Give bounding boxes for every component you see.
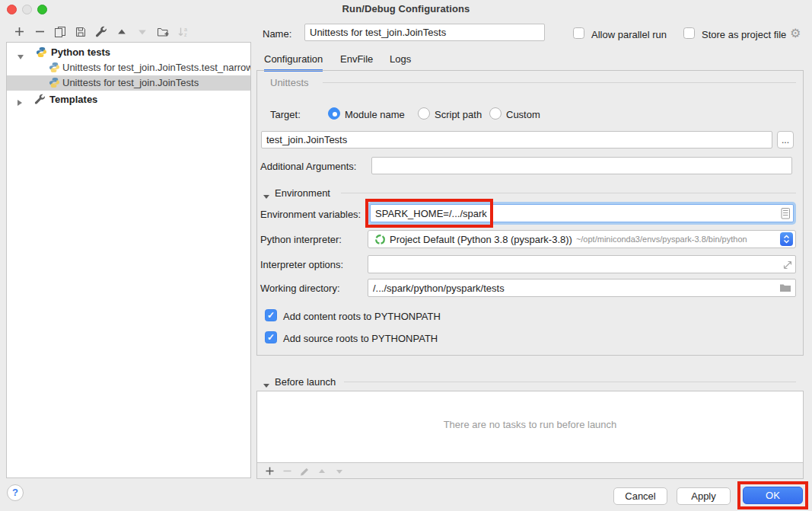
move-up-button[interactable]	[113, 24, 131, 40]
pencil-icon	[299, 466, 310, 477]
environment-group-label: Environment	[275, 187, 330, 199]
radio-module-name[interactable]	[328, 107, 340, 120]
store-as-project-file-checkbox[interactable]	[683, 27, 695, 39]
folder-plus-icon	[157, 26, 170, 38]
move-down-button[interactable]	[133, 24, 151, 40]
sort-configurations-button[interactable]: a z	[174, 24, 193, 40]
add-content-roots-label: Add content roots to PYTHONPATH	[283, 311, 441, 322]
add-source-roots-label: Add source roots to PYTHONPATH	[283, 333, 438, 344]
name-input[interactable]	[304, 24, 545, 41]
configurations-tree: Python tests Unittests for test_join.Joi…	[6, 42, 251, 478]
arrow-down-icon	[335, 467, 344, 476]
module-name-input[interactable]	[261, 131, 772, 149]
apply-button[interactable]: Apply	[677, 487, 731, 505]
target-label: Target:	[270, 109, 301, 120]
edit-task-button[interactable]	[297, 465, 312, 477]
before-launch-toolbar	[257, 462, 803, 478]
allow-parallel-run-checkbox[interactable]	[573, 27, 584, 39]
run-debug-configurations-dialog: Run/Debug Configurations	[0, 0, 812, 511]
working-directory-input[interactable]	[368, 279, 796, 297]
wrench-icon	[34, 94, 46, 105]
store-as-project-file-label: Store as project file	[702, 29, 786, 40]
edit-variables-list-icon[interactable]	[781, 208, 791, 219]
title-bar: Run/Debug Configurations	[0, 0, 812, 18]
radio-custom-label: Custom	[506, 109, 540, 120]
browse-module-button[interactable]: ...	[777, 131, 794, 149]
svg-text:z: z	[184, 32, 187, 37]
highlight-ok-annotation	[737, 481, 808, 509]
edit-templates-button[interactable]	[92, 24, 110, 40]
wrench-icon	[95, 26, 107, 38]
add-source-roots-checkbox[interactable]	[265, 331, 277, 343]
conda-env-icon	[374, 234, 386, 245]
python-interpreter-value: Project Default (Python 3.8 (pyspark-3.8…	[390, 234, 572, 245]
copy-configuration-button[interactable]	[51, 24, 69, 40]
remove-task-button[interactable]	[279, 465, 295, 477]
group-separator	[344, 382, 796, 382]
python-icon	[49, 62, 60, 73]
python-interpreter-path: ~/opt/miniconda3/envs/pyspark-3.8/bin/py…	[576, 235, 747, 244]
chevron-right-icon[interactable]	[18, 97, 22, 108]
python-icon	[36, 46, 47, 58]
svg-text:a: a	[184, 27, 187, 32]
move-task-up-button[interactable]	[314, 465, 330, 477]
tree-item-label: Unittests for test_join.JoinTests	[62, 77, 199, 88]
additional-arguments-input[interactable]	[371, 157, 792, 174]
unittests-group-label: Unittests	[270, 77, 309, 88]
radio-custom[interactable]	[489, 107, 502, 120]
sort-az-icon: a z	[177, 26, 189, 38]
tab-configuration[interactable]: Configuration	[264, 53, 323, 72]
tree-group-templates[interactable]: Templates	[7, 92, 251, 107]
tab-logs[interactable]: Logs	[390, 53, 411, 69]
collapse-environment-icon[interactable]	[263, 190, 269, 201]
folder-icon[interactable]	[779, 283, 791, 292]
radio-module-name-label: Module name	[345, 109, 405, 120]
working-directory-label: Working directory:	[260, 283, 340, 294]
additional-arguments-label: Additional Arguments:	[260, 161, 356, 172]
gear-icon[interactable]: ⚙	[790, 26, 801, 40]
allow-parallel-run-label: Allow parallel run	[591, 29, 667, 40]
radio-script-path-label: Script path	[435, 109, 482, 120]
new-folder-button[interactable]	[154, 24, 172, 40]
group-separator	[341, 193, 796, 193]
tree-item-test-narrow[interactable]: Unittests for test_join.JoinTests.test_n…	[7, 60, 251, 75]
python-interpreter-select[interactable]: Project Default (Python 3.8 (pyspark-3.8…	[368, 230, 796, 248]
tree-item-label: Templates	[49, 94, 97, 105]
tree-group-python-tests[interactable]: Python tests	[7, 45, 251, 60]
move-task-down-button[interactable]	[332, 465, 347, 477]
combo-stepper-icon[interactable]	[780, 232, 793, 246]
remove-configuration-button[interactable]	[30, 24, 49, 40]
up-down-chevrons-icon	[782, 234, 791, 244]
save-configuration-button[interactable]	[72, 24, 90, 40]
before-launch-empty-text: There are no tasks to run before launch	[257, 419, 803, 430]
interpreter-options-input[interactable]	[368, 255, 796, 273]
add-task-button[interactable]	[262, 465, 277, 477]
radio-script-path[interactable]	[418, 107, 430, 120]
copy-icon	[54, 26, 66, 38]
name-label: Name:	[263, 28, 291, 40]
before-launch-label: Before launch	[275, 376, 336, 388]
save-icon	[75, 26, 87, 38]
plus-icon	[265, 466, 275, 476]
arrow-down-icon	[137, 27, 148, 37]
minus-icon	[282, 466, 292, 476]
tree-item-label: Python tests	[51, 46, 110, 58]
tab-envfile[interactable]: EnvFile	[340, 53, 373, 69]
arrow-up-icon	[116, 27, 127, 37]
add-content-roots-checkbox[interactable]	[265, 309, 277, 321]
environment-variables-label: Environment variables:	[260, 209, 361, 220]
help-button[interactable]: ?	[7, 484, 24, 501]
expand-editor-icon[interactable]	[782, 259, 794, 271]
python-interpreter-label: Python interpreter:	[260, 234, 342, 245]
add-configuration-button[interactable]	[10, 24, 28, 40]
window-title: Run/Debug Configurations	[0, 3, 812, 14]
interpreter-options-label: Interpreter options:	[260, 259, 343, 270]
highlight-env-vars-annotation	[365, 199, 493, 228]
collapse-before-launch-icon[interactable]	[263, 378, 269, 390]
tree-item-jointests-selected[interactable]: Unittests for test_join.JoinTests	[7, 75, 251, 91]
group-separator	[323, 82, 796, 83]
arrow-up-icon	[317, 467, 326, 476]
plus-icon	[14, 26, 25, 37]
python-icon	[49, 77, 60, 88]
cancel-button[interactable]: Cancel	[613, 487, 667, 505]
